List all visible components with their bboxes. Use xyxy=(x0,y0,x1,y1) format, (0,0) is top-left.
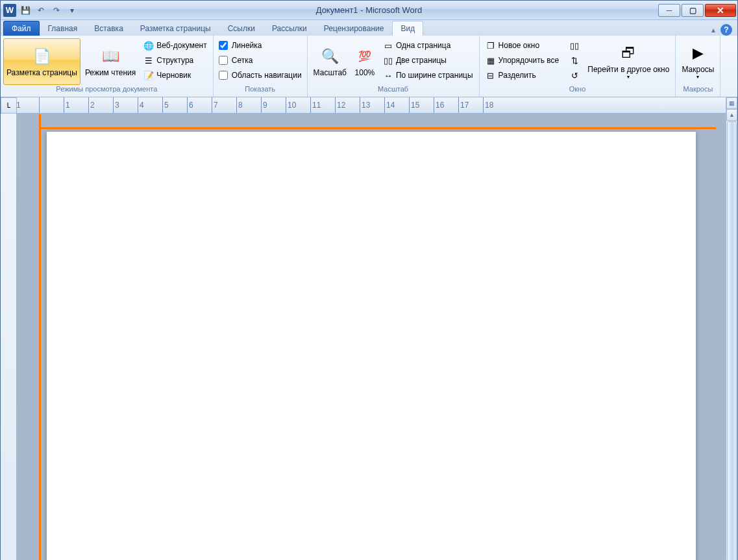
page-width-icon: ↔ xyxy=(383,70,393,80)
side-by-side-button[interactable]: ▯▯ xyxy=(566,38,583,53)
minimize-ribbon-icon[interactable]: ▴ xyxy=(711,25,715,34)
scroll-thumb[interactable] xyxy=(727,121,737,560)
group-window: ❐Новое окно ▦Упорядочить все ⊟Разделить … xyxy=(480,36,676,97)
highlight-line-vertical xyxy=(39,114,41,560)
help-button[interactable]: ? xyxy=(720,24,732,36)
one-page-icon: ▭ xyxy=(383,40,393,51)
split-button[interactable]: ⊟Разделить xyxy=(482,68,563,82)
vertical-ruler[interactable] xyxy=(1,114,17,560)
group-show: Линейка Сетка Область навигации Показать xyxy=(214,36,308,97)
horizontal-ruler[interactable]: 321123456789101112131415161718 xyxy=(17,97,726,114)
undo-icon: ↶ xyxy=(38,6,44,15)
qat-dropdown[interactable]: ▾ xyxy=(66,4,79,17)
tab-layout[interactable]: Разметка страницы xyxy=(132,21,219,36)
save-button[interactable]: 💾 xyxy=(19,4,32,17)
group-zoom: 🔍 Масштаб 💯 100% ▭Одна страница ▯▯Две ст… xyxy=(308,36,480,97)
close-button[interactable]: ✕ xyxy=(705,4,736,17)
window-title: Документ1 - Microsoft Word xyxy=(1,5,737,15)
reading-mode-button[interactable]: 📖 Режим чтения xyxy=(82,38,139,85)
group-zoom-label: Масштаб xyxy=(310,85,476,95)
tab-home[interactable]: Главная xyxy=(40,21,86,36)
navigation-checkbox[interactable]: Область навигации xyxy=(216,68,304,82)
two-pages-icon: ▯▯ xyxy=(383,55,393,66)
arrange-icon: ▦ xyxy=(486,55,496,66)
two-pages-button[interactable]: ▯▯Две страницы xyxy=(380,53,476,67)
print-layout-icon: 📄 xyxy=(31,46,52,67)
group-document-views: 📄 Разметка страницы 📖 Режим чтения 🌐Веб-… xyxy=(1,36,214,97)
zoom-icon: 🔍 xyxy=(319,46,340,67)
tab-review[interactable]: Рецензирование xyxy=(315,21,393,36)
chevron-down-icon: ▾ xyxy=(627,74,630,80)
page[interactable] xyxy=(47,132,696,560)
web-icon: 🌐 xyxy=(143,40,154,51)
zoom-button[interactable]: 🔍 Масштаб xyxy=(310,38,350,85)
print-layout-button[interactable]: 📄 Разметка страницы xyxy=(3,38,80,85)
print-layout-label: Разметка страницы xyxy=(6,68,77,77)
document-area[interactable] xyxy=(17,114,726,560)
draft-button[interactable]: 📝Черновик xyxy=(140,68,210,82)
reading-label: Режим чтения xyxy=(85,68,136,77)
group-show-label: Показать xyxy=(216,85,304,95)
ruler-checkbox[interactable]: Линейка xyxy=(216,38,304,53)
group-window-label: Окно xyxy=(482,85,673,95)
one-page-button[interactable]: ▭Одна страница xyxy=(380,38,476,53)
switch-windows-button[interactable]: 🗗 Перейти в другое окно ▾ xyxy=(584,38,672,85)
sync-scroll-button[interactable]: ⇅ xyxy=(566,53,583,67)
web-layout-button[interactable]: 🌐Веб-документ xyxy=(140,38,210,53)
reading-icon: 📖 xyxy=(100,46,121,67)
side-by-side-icon: ▯▯ xyxy=(569,40,580,51)
macros-icon: ▶ xyxy=(687,43,708,64)
tab-file[interactable]: Файл xyxy=(3,21,40,36)
minimize-button[interactable]: ─ xyxy=(658,4,680,17)
outline-button[interactable]: ☰Структура xyxy=(140,53,210,67)
redo-button[interactable]: ↷ xyxy=(50,4,63,17)
save-icon: 💾 xyxy=(21,6,31,15)
ribbon: 📄 Разметка страницы 📖 Режим чтения 🌐Веб-… xyxy=(1,36,737,97)
group-views-label: Режимы просмотра документа xyxy=(3,85,210,95)
app-window: W 💾 ↶ ↷ ▾ Документ1 - Microsoft Word ─ ▢… xyxy=(0,0,738,560)
ruler-toggle-button[interactable]: ▦ xyxy=(726,97,737,109)
group-macros: ▶ Макросы ▾ Макросы xyxy=(676,36,720,97)
work-area: L 321123456789101112131415161718 ▦ ▲ ▼ ▴… xyxy=(1,97,737,560)
tab-mailings[interactable]: Рассылки xyxy=(264,21,315,36)
titlebar: W 💾 ↶ ↷ ▾ Документ1 - Microsoft Word ─ ▢… xyxy=(1,1,737,20)
ruler-corner[interactable]: L xyxy=(1,97,17,114)
undo-button[interactable]: ↶ xyxy=(34,4,47,17)
new-window-icon: ❐ xyxy=(486,40,496,51)
word-app-icon[interactable]: W xyxy=(3,4,16,17)
ribbon-tabs: Файл Главная Вставка Разметка страницы С… xyxy=(1,20,737,36)
chevron-down-icon: ▾ xyxy=(696,74,699,80)
new-window-button[interactable]: ❐Новое окно xyxy=(482,38,563,53)
outline-icon: ☰ xyxy=(143,55,154,66)
chevron-down-icon: ▾ xyxy=(70,6,74,15)
maximize-button[interactable]: ▢ xyxy=(682,4,704,17)
split-icon: ⊟ xyxy=(486,70,496,80)
zoom-100-button[interactable]: 💯 100% xyxy=(351,38,378,85)
scroll-up-button[interactable]: ▲ xyxy=(726,109,737,121)
window-controls: ─ ▢ ✕ xyxy=(657,4,737,17)
zoom-100-icon: 💯 xyxy=(354,46,375,67)
switch-windows-icon: 🗗 xyxy=(618,43,639,64)
reset-window-button[interactable]: ↺ xyxy=(566,68,583,82)
highlight-line-horizontal xyxy=(40,127,716,129)
page-width-button[interactable]: ↔По ширине страницы xyxy=(380,68,476,82)
gridlines-checkbox[interactable]: Сетка xyxy=(216,53,304,67)
vertical-scrollbar[interactable]: ▦ ▲ ▼ ▴ ◉ ▾ xyxy=(726,97,737,560)
tab-insert[interactable]: Вставка xyxy=(86,21,132,36)
reset-window-icon: ↺ xyxy=(569,70,580,80)
draft-icon: 📝 xyxy=(143,70,154,80)
tab-view[interactable]: Вид xyxy=(392,21,423,36)
sync-scroll-icon: ⇅ xyxy=(569,55,580,66)
tab-references[interactable]: Ссылки xyxy=(219,21,264,36)
redo-icon: ↷ xyxy=(53,6,60,15)
quick-access-toolbar: W 💾 ↶ ↷ ▾ xyxy=(1,4,79,17)
arrange-all-button[interactable]: ▦Упорядочить все xyxy=(482,53,563,67)
macros-button[interactable]: ▶ Макросы ▾ xyxy=(678,38,717,85)
group-macros-label: Макросы xyxy=(678,85,717,95)
